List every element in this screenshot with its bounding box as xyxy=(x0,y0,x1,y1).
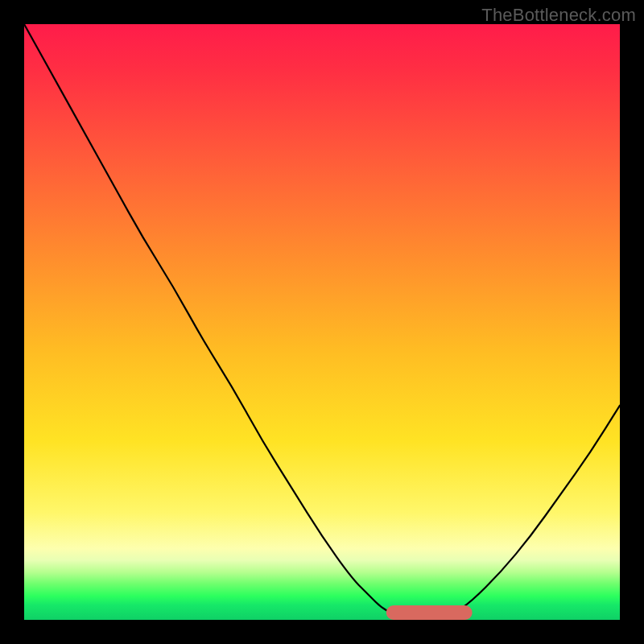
plot-area xyxy=(24,24,620,620)
bottleneck-curve xyxy=(24,24,620,620)
chart-frame: TheBottleneck.com xyxy=(0,0,644,644)
watermark-text: TheBottleneck.com xyxy=(481,5,636,26)
curve-svg xyxy=(24,24,620,620)
